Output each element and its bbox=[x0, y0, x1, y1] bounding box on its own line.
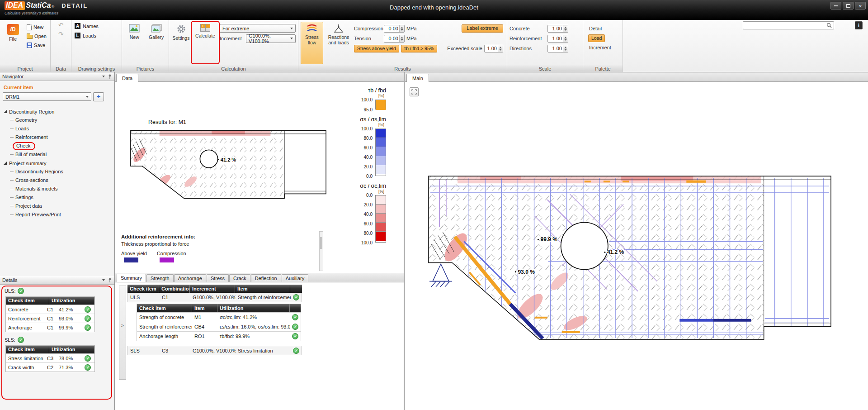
main-diagram[interactable]: 99.9 % 41.2 % 93.0 % bbox=[426, 172, 834, 345]
reactions-button[interactable]: Reactions and loads bbox=[325, 22, 352, 64]
chevron-down-icon[interactable] bbox=[102, 76, 105, 77]
tab-crack[interactable]: Crack bbox=[229, 274, 250, 282]
palette-detail-item[interactable]: Detail bbox=[585, 24, 620, 33]
main-view[interactable]: 99.9 % 41.2 % 93.0 % bbox=[405, 82, 868, 410]
calculate-button[interactable]: +− Calculate bbox=[193, 22, 218, 39]
table-row[interactable]: Crack width C2 71.3% bbox=[6, 362, 94, 372]
exceeded-scale-input[interactable]: 1.00 bbox=[484, 45, 503, 52]
spinner-arrows[interactable] bbox=[399, 35, 404, 42]
tree-item-geometry[interactable]: Geometry bbox=[9, 116, 112, 124]
compression-input[interactable]: 0.00 bbox=[384, 25, 405, 33]
search-input[interactable] bbox=[745, 23, 826, 28]
minimize-button[interactable] bbox=[830, 2, 841, 10]
tree-item-label: Check bbox=[13, 142, 35, 150]
pin-icon[interactable] bbox=[108, 74, 112, 79]
combination: C1 bbox=[160, 295, 190, 300]
tb-fbd-button[interactable]: τb / fbd > 95% bbox=[401, 45, 437, 52]
app-window: IDEA StatiCa ® DETAIL Calculate yesterda… bbox=[0, 0, 868, 410]
tree-item-loads[interactable]: Loads bbox=[9, 124, 112, 133]
chevron-down-icon[interactable] bbox=[102, 279, 105, 281]
idea-file-icon bbox=[7, 24, 19, 35]
table-row[interactable]: Reinforcement C1 93.0% bbox=[6, 314, 94, 323]
loads-toggle[interactable]: L Loads bbox=[74, 31, 119, 40]
spinner-arrows[interactable] bbox=[563, 25, 568, 32]
tab-anchorage[interactable]: Anchorage bbox=[174, 274, 206, 282]
directions-scale-input[interactable]: 1.00 bbox=[547, 45, 568, 52]
legend-unit: [%] bbox=[337, 189, 388, 194]
tree-expander-icon[interactable] bbox=[4, 110, 7, 113]
palette-increment-item[interactable]: Increment bbox=[585, 43, 620, 52]
tree-item-settings[interactable]: Settings bbox=[9, 193, 112, 202]
table-row-sls[interactable]: SLS C3 G100.0%, V100.0% Stress limitatio… bbox=[127, 346, 302, 355]
redo-button[interactable]: ↷ bbox=[57, 31, 66, 38]
open-button[interactable]: Open bbox=[25, 32, 48, 40]
scrollbar-thumb[interactable] bbox=[320, 237, 322, 249]
above-yield-swatch bbox=[124, 257, 138, 262]
spinner-arrows[interactable] bbox=[563, 35, 568, 42]
combination: C3 bbox=[160, 348, 190, 353]
reinforcement-scale-input[interactable]: 1.00 bbox=[547, 35, 568, 43]
table-row[interactable]: Strength of reinforcement GB4 εs/εs,lim:… bbox=[137, 322, 301, 331]
tree-item-report-preview-print[interactable]: Report Preview/Print bbox=[9, 210, 112, 219]
tab-stress[interactable]: Stress bbox=[207, 274, 229, 282]
color-legends: τb / fbd [%] 100.0 95.0 σs / σs,lim [%] bbox=[337, 87, 388, 249]
settings-button[interactable]: Settings bbox=[171, 22, 191, 64]
tree-item-reinforcement[interactable]: Reinforcement bbox=[9, 133, 112, 142]
names-icon: A bbox=[75, 23, 80, 29]
tab-strength[interactable]: Strength bbox=[146, 274, 174, 282]
tab-deflection[interactable]: Deflection bbox=[251, 274, 281, 282]
gallery-button[interactable]: Gallery bbox=[146, 22, 167, 64]
tree-section-project-summary[interactable]: Project summary bbox=[3, 159, 112, 167]
spinner-arrows[interactable] bbox=[399, 25, 404, 32]
table-row[interactable]: Anchorage length RO1 τb/fbd: 99.9% bbox=[137, 331, 301, 341]
tree-item-bill-of-material[interactable]: Bill of material bbox=[9, 150, 112, 159]
tree-item-check[interactable]: Check bbox=[9, 142, 112, 150]
check-name: Concrete bbox=[6, 307, 45, 312]
table-header-row: Check item Utilization bbox=[6, 346, 94, 353]
table-row-uls[interactable]: ULS C1 G100.0%, V100.0% Strength of rein… bbox=[127, 293, 302, 302]
new-button[interactable]: New bbox=[25, 23, 48, 31]
file-button[interactable]: File bbox=[2, 22, 24, 64]
tree-item-materials-models[interactable]: Materials & models bbox=[9, 185, 112, 193]
table-row[interactable]: Strength of concrete M1 σc/σc,lim: 41.2% bbox=[137, 312, 301, 322]
info-button[interactable]: i bbox=[855, 21, 863, 29]
tension-input[interactable]: 0.00 bbox=[384, 35, 405, 43]
pin-icon[interactable] bbox=[108, 278, 112, 283]
current-item-select[interactable]: DRM1 bbox=[3, 92, 91, 101]
add-region-button[interactable]: + bbox=[93, 92, 104, 101]
names-toggle[interactable]: A Names bbox=[74, 22, 119, 30]
tree-expander-icon[interactable] bbox=[4, 162, 7, 165]
results-diagram[interactable]: 41.2 % bbox=[128, 127, 328, 205]
increment-select[interactable]: G100.0%, V100.0% bbox=[246, 34, 296, 43]
tree-section-discontinuity-region[interactable]: Discontinuity Region bbox=[3, 107, 112, 116]
tab-summary[interactable]: Summary bbox=[117, 274, 146, 282]
tab-data[interactable]: Data bbox=[116, 74, 138, 82]
directions-scale-label: Directions bbox=[509, 46, 546, 51]
picture-new-button[interactable]: New bbox=[124, 22, 145, 64]
stress-flow-button[interactable]: Stress flow bbox=[301, 22, 323, 64]
palette-load-item[interactable]: Load bbox=[585, 34, 620, 42]
save-button[interactable]: Save bbox=[25, 41, 48, 49]
undo-button[interactable]: ↶ bbox=[57, 22, 66, 29]
close-button[interactable] bbox=[855, 2, 866, 10]
scrollbar[interactable] bbox=[319, 231, 323, 271]
tab-auxiliary[interactable]: Auxiliary bbox=[282, 274, 309, 282]
maximize-button[interactable] bbox=[843, 2, 854, 10]
concrete-scale-input[interactable]: 1.00 bbox=[547, 25, 568, 33]
tree-item-project-data[interactable]: Project data bbox=[9, 202, 112, 210]
table-row[interactable]: Stress limitation C3 78.0% bbox=[6, 353, 94, 362]
reactions-icon bbox=[333, 24, 344, 33]
extreme-select[interactable]: For extreme bbox=[220, 24, 296, 33]
table-row[interactable]: Concrete C1 41.2% bbox=[6, 305, 94, 314]
utilization-value: τb/fbd: 99.9% bbox=[217, 334, 290, 339]
tree-item-discontinuity-regions[interactable]: Discontinuity Regions bbox=[9, 167, 112, 176]
label-extreme-button[interactable]: Label extreme bbox=[462, 24, 503, 33]
table-row[interactable]: Anchorage C1 99.9% bbox=[6, 323, 94, 332]
spinner-arrows[interactable] bbox=[498, 45, 503, 52]
spinner-arrows[interactable] bbox=[563, 45, 568, 52]
row-expander[interactable] bbox=[119, 286, 126, 380]
tree-item-cross-sections[interactable]: Cross-sections bbox=[9, 176, 112, 185]
stress-above-yield-button[interactable]: Stress above yield bbox=[354, 45, 399, 52]
zoom-fit-button[interactable] bbox=[410, 87, 419, 96]
tab-main[interactable]: Main bbox=[406, 74, 429, 82]
